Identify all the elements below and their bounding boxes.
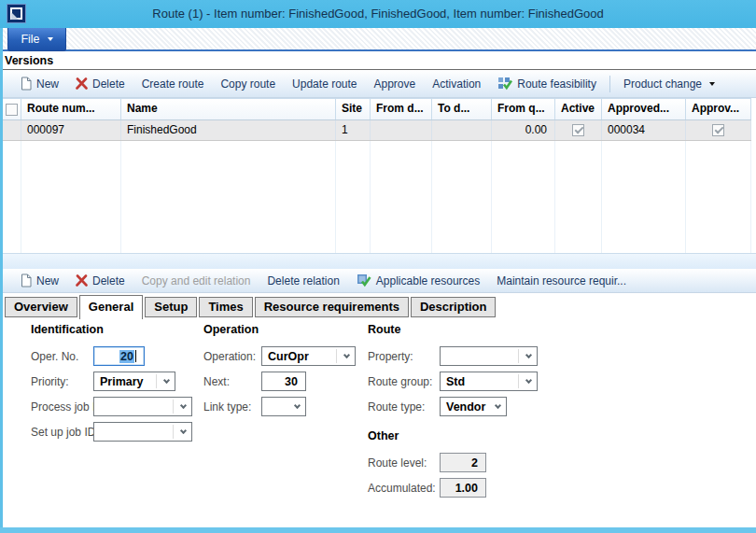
create-route-label: Create route bbox=[142, 77, 204, 91]
maintain-resource-requirements-label: Maintain resource requir... bbox=[497, 274, 626, 288]
toolbar-separator bbox=[609, 76, 610, 92]
row-selector-cell[interactable] bbox=[3, 120, 21, 140]
row-active-checkbox[interactable] bbox=[555, 120, 602, 140]
oper-no-input[interactable]: 20 bbox=[93, 346, 145, 366]
route-type-select[interactable]: Vendor bbox=[440, 397, 507, 416]
file-menu-button[interactable]: File bbox=[7, 28, 66, 51]
product-change-menu-button[interactable]: Product change bbox=[615, 70, 723, 97]
chevron-down-icon bbox=[294, 402, 301, 409]
route-feasibility-label: Route feasibility bbox=[517, 77, 596, 91]
property-select[interactable] bbox=[440, 346, 538, 366]
chevron-down-icon bbox=[343, 352, 350, 358]
row-approved-checkbox[interactable] bbox=[686, 120, 751, 140]
row-route-number: 000097 bbox=[21, 120, 121, 140]
checked-checkbox-icon bbox=[712, 124, 724, 136]
route-level-label: Route level: bbox=[368, 456, 440, 470]
table-row[interactable]: 000097 FinishedGood 1 0.00 000034 bbox=[3, 120, 751, 141]
route-feasibility-button[interactable]: Route feasibility bbox=[489, 70, 605, 97]
link-type-select[interactable] bbox=[261, 397, 306, 416]
column-header-to-date[interactable]: To d... bbox=[432, 99, 492, 119]
title-bar: Route (1) - Item number: FinishedGood, F… bbox=[0, 0, 756, 28]
general-tab-panel: Identification Oper. No. 20 Priority: Pr… bbox=[3, 317, 756, 526]
window-left-border bbox=[0, 28, 3, 533]
next-label: Next: bbox=[203, 375, 261, 388]
applicable-resources-check-icon bbox=[357, 274, 371, 288]
tab-setup[interactable]: Setup bbox=[145, 297, 197, 317]
route-group-select[interactable]: Std bbox=[440, 372, 538, 391]
row-from-qty: 0.00 bbox=[492, 120, 555, 140]
checkbox-icon bbox=[6, 104, 18, 116]
grid-empty-area[interactable] bbox=[3, 141, 751, 253]
text-cursor bbox=[135, 350, 136, 362]
priority-value: Primary bbox=[100, 375, 144, 388]
approve-button[interactable]: Approve bbox=[366, 70, 425, 97]
row-site: 1 bbox=[336, 120, 371, 140]
column-header-approved[interactable]: Approv... bbox=[686, 99, 751, 119]
setup-job-id-label: Set up job ID: bbox=[31, 426, 93, 439]
process-job-id-select[interactable] bbox=[93, 397, 192, 416]
column-header-name[interactable]: Name bbox=[121, 99, 336, 119]
route-feasibility-check-icon bbox=[497, 77, 512, 91]
delete-relation-label: Delete relation bbox=[267, 274, 339, 288]
versions-toolbar: New Delete Create route Copy route Updat… bbox=[3, 70, 756, 98]
operation-value: CurOpr bbox=[268, 350, 309, 363]
operation-header: Operation bbox=[203, 323, 356, 338]
oper-no-label: Oper. No. bbox=[31, 350, 93, 363]
applicable-resources-button[interactable]: Applicable resources bbox=[348, 269, 488, 292]
operation-select[interactable]: CurOpr bbox=[261, 346, 356, 366]
update-route-button[interactable]: Update route bbox=[284, 70, 365, 97]
delete-x-icon bbox=[76, 274, 88, 287]
priority-select[interactable]: Primary bbox=[93, 372, 175, 391]
delete-button-label: Delete bbox=[92, 77, 125, 91]
window-title: Route (1) - Item number: FinishedGood, F… bbox=[0, 7, 756, 21]
tab-general[interactable]: General bbox=[79, 295, 143, 319]
operation-group: Operation Operation: CurOpr Next: 30 Lin… bbox=[203, 323, 356, 422]
tab-description[interactable]: Description bbox=[411, 297, 497, 317]
delete-relation-button[interactable]: Delete relation bbox=[259, 269, 347, 292]
oper-no-value: 20 bbox=[119, 350, 134, 363]
column-header-approved-by[interactable]: Approved... bbox=[602, 99, 686, 119]
checked-checkbox-icon bbox=[572, 124, 584, 136]
select-all-checkbox[interactable] bbox=[3, 99, 21, 119]
delete-button[interactable]: Delete bbox=[67, 70, 133, 97]
next-value: 30 bbox=[285, 375, 298, 388]
dropdown-caret-icon bbox=[709, 82, 715, 86]
copy-and-edit-relation-button: Copy and edit relation bbox=[133, 269, 259, 292]
route-group-label: Route group: bbox=[368, 375, 440, 388]
chevron-down-icon bbox=[180, 402, 187, 409]
tab-overview[interactable]: Overview bbox=[5, 297, 77, 317]
activation-button[interactable]: Activation bbox=[424, 70, 489, 97]
column-header-active[interactable]: Active bbox=[555, 99, 602, 119]
create-route-button[interactable]: Create route bbox=[133, 70, 213, 97]
new-page-icon bbox=[21, 77, 32, 91]
column-header-route-number[interactable]: Route num... bbox=[21, 99, 121, 119]
delete-relation-row-button[interactable]: Delete bbox=[67, 269, 133, 292]
column-header-site[interactable]: Site bbox=[336, 99, 371, 119]
chevron-down-icon bbox=[163, 377, 170, 384]
window-bottom-border bbox=[0, 527, 756, 533]
tab-times[interactable]: Times bbox=[199, 297, 252, 317]
maintain-resource-requirements-button[interactable]: Maintain resource requir... bbox=[488, 269, 635, 292]
chevron-down-icon bbox=[180, 428, 187, 434]
delete-relation-row-label: Delete bbox=[92, 274, 125, 288]
column-header-from-qty[interactable]: From q... bbox=[492, 99, 555, 119]
route-level-field: 2 bbox=[440, 453, 486, 472]
new-relation-button[interactable]: New bbox=[12, 269, 67, 292]
column-header-from-date[interactable]: From d... bbox=[371, 99, 432, 119]
setup-job-id-select[interactable] bbox=[93, 422, 192, 442]
grid-header-row: Route num... Name Site From d... To d...… bbox=[3, 99, 751, 120]
product-change-label: Product change bbox=[623, 77, 702, 91]
route-header: Route bbox=[368, 323, 538, 338]
new-button[interactable]: New bbox=[12, 70, 67, 97]
detail-tabs: Overview General Setup Times Resource re… bbox=[3, 293, 756, 317]
route-type-label: Route type: bbox=[368, 400, 440, 414]
row-from-date bbox=[371, 120, 432, 140]
tab-resource-requirements[interactable]: Resource requirements bbox=[255, 297, 409, 317]
copy-route-button[interactable]: Copy route bbox=[212, 70, 284, 97]
pane-splitter[interactable] bbox=[3, 253, 756, 269]
approve-label: Approve bbox=[374, 77, 416, 91]
next-input[interactable]: 30 bbox=[261, 372, 306, 391]
row-to-date bbox=[432, 120, 492, 140]
row-name: FinishedGood bbox=[121, 120, 336, 140]
menu-bar: File bbox=[3, 28, 756, 51]
